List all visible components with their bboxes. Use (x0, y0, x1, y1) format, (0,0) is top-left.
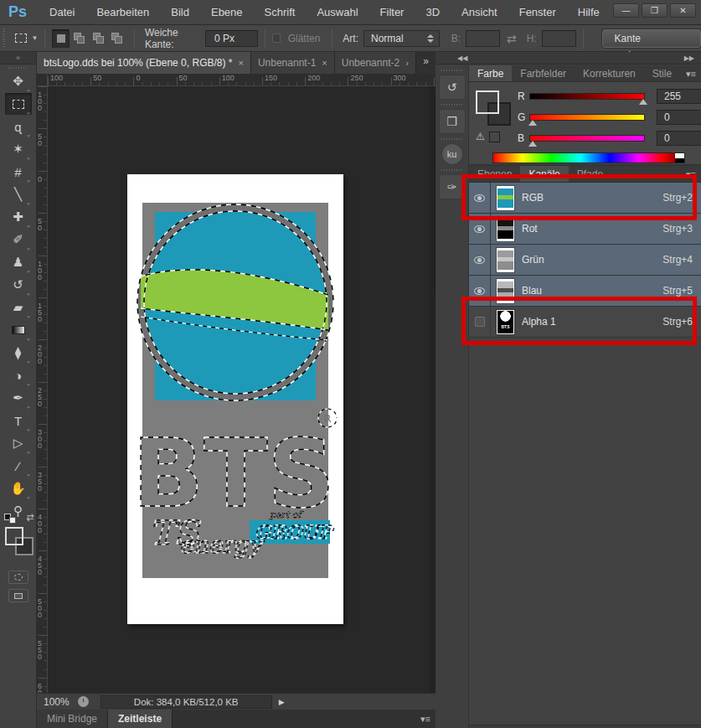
menu-schrift[interactable]: Schrift (254, 0, 307, 25)
channel-row-alpha-1[interactable]: Alpha 1Strg+6 (469, 307, 701, 338)
slider-thumb[interactable] (528, 141, 537, 147)
material-panel-icon[interactable]: ❒ (439, 109, 466, 134)
options-grip[interactable] (3, 28, 5, 49)
close-tab-icon[interactable]: › (405, 58, 409, 68)
bottom-panel-menu-icon[interactable]: ▾≡ (420, 710, 436, 728)
slider-track-b[interactable] (529, 135, 645, 142)
zoom-level[interactable]: 100% (37, 696, 78, 708)
panel-menu-icon[interactable]: ▾≡ (686, 65, 696, 82)
tab-korrekturen[interactable]: Korrekturen (575, 65, 644, 81)
menu-filter[interactable]: Filter (369, 0, 415, 25)
eraser-tool[interactable]: ▰ (5, 297, 32, 318)
menu-ansicht[interactable]: Ansicht (451, 0, 508, 25)
tab-farbe[interactable]: Farbe (469, 65, 512, 81)
channel-row-blau[interactable]: BlauStrg+5 (469, 276, 701, 307)
tool-presets-panel-icon[interactable]: ✑ (439, 174, 466, 199)
refine-edge-button[interactable]: Kante verbessern... (602, 29, 701, 48)
bottom-tab-zeitleiste[interactable]: Zeitleiste (108, 710, 173, 728)
visibility-checkbox[interactable] (475, 317, 485, 327)
hand-tool[interactable]: ✋ (5, 478, 32, 499)
default-colors-icon[interactable] (4, 514, 16, 524)
active-tool-preview[interactable]: ▼ (15, 34, 38, 43)
history-panel-icon[interactable]: ↺ (439, 75, 466, 100)
tab-farbfelder[interactable]: Farbfelder (512, 65, 575, 81)
dodge-tool[interactable]: ◑ (5, 364, 32, 386)
clone-stamp-tool[interactable]: ♟ (5, 251, 32, 273)
tab-stile[interactable]: Stile (644, 65, 680, 81)
color-spectrum-bar[interactable] (492, 152, 685, 163)
magic-wand-tool[interactable]: ✶ (5, 138, 32, 160)
menu-bearbeiten[interactable]: Bearbeiten (85, 0, 160, 25)
blur-tool[interactable]: ⧫ (5, 342, 32, 364)
brush-tool[interactable]: ✐ (5, 229, 32, 250)
close-tab-icon[interactable]: × (322, 58, 327, 68)
menu-auswahl[interactable]: Auswahl (306, 0, 369, 25)
foreground-color-swatch[interactable] (5, 527, 23, 545)
foreground-color-swatch-panel[interactable] (476, 90, 499, 114)
vertical-scrollbar[interactable] (429, 86, 436, 693)
slider-track-r[interactable] (529, 93, 645, 100)
slider-track-g[interactable] (529, 114, 645, 121)
move-tool[interactable]: ✥ (5, 70, 32, 92)
visibility-cell[interactable] (469, 183, 491, 213)
horizontal-ruler[interactable]: 10050050100150200250300 (48, 74, 436, 86)
canvas-viewport[interactable]: BTS BTS BTS R TS TS energy ene (48, 86, 429, 693)
gradient-tool[interactable] (5, 319, 32, 341)
visibility-cell[interactable] (469, 307, 491, 337)
tab-kanäle[interactable]: Kanäle (520, 166, 568, 182)
bottom-tab-mini-bridge[interactable]: Mini Bridge (37, 710, 108, 728)
pen-tool[interactable]: ✒ (5, 387, 32, 409)
add-to-selection-button[interactable] (71, 29, 88, 48)
slider-thumb[interactable] (639, 99, 647, 105)
vertical-ruler[interactable]: 1005005010015020025030035040045050055060… (37, 86, 48, 693)
tab-ebenen[interactable]: Ebenen (469, 166, 520, 182)
spectrum-rainbow[interactable] (493, 153, 675, 163)
panel-menu-icon[interactable]: ▾≡ (686, 166, 696, 183)
channel-row-grün[interactable]: GrünStrg+4 (469, 245, 701, 276)
slider-value-r[interactable]: 255 (657, 89, 701, 104)
menu-fenster[interactable]: Fenster (508, 0, 567, 25)
menu-ebene[interactable]: Ebene (200, 0, 254, 25)
healing-brush-tool[interactable]: ✚ (5, 206, 32, 228)
slider-value-b[interactable]: 0 (657, 131, 701, 146)
history-brush-tool[interactable]: ↺ (5, 274, 32, 296)
spectrum-bw-swatches[interactable] (675, 153, 684, 163)
visibility-cell[interactable] (469, 214, 491, 244)
document-tab-1[interactable]: btsLogo.dds bei 100% (Ebene 0, RGB/8) *× (37, 52, 251, 74)
close-button[interactable]: ✕ (670, 3, 696, 18)
menu-hilfe[interactable]: Hilfe (567, 0, 611, 25)
visibility-cell[interactable] (469, 245, 491, 275)
tab-pfade[interactable]: Pfade (569, 166, 611, 182)
quick-mask-button[interactable] (8, 571, 28, 584)
document-tab-3[interactable]: Unbenannt-2› (335, 52, 416, 74)
menu-3d[interactable]: 3D (415, 0, 451, 25)
path-selection-tool[interactable]: ▷ (5, 432, 32, 454)
new-selection-button[interactable] (52, 29, 69, 48)
maximize-button[interactable]: ❐ (642, 3, 667, 18)
antialias-checkbox[interactable] (272, 34, 281, 43)
subtract-from-selection-button[interactable] (90, 29, 106, 48)
visibility-cell[interactable] (469, 276, 491, 306)
swap-dimensions-icon[interactable]: ⇄ (507, 32, 517, 45)
style-select[interactable]: Normal (363, 30, 440, 47)
eyedropper-tool[interactable]: ╲ (5, 183, 32, 205)
lasso-tool[interactable]: ɋ (5, 116, 32, 137)
channel-row-rot[interactable]: RotStrg+3 (469, 214, 701, 245)
menu-datei[interactable]: Datei (39, 0, 85, 25)
screen-mode-button[interactable] (8, 589, 28, 602)
close-tab-icon[interactable]: × (238, 58, 243, 68)
collapse-panels-icon[interactable]: ◀◀ (457, 54, 467, 62)
slider-thumb[interactable] (528, 120, 537, 126)
intersect-selection-button[interactable] (109, 29, 126, 48)
type-tool[interactable]: T (5, 410, 32, 431)
feather-input[interactable]: 0 Px (205, 30, 258, 47)
rectangular-marquee-tool[interactable] (5, 93, 32, 115)
minimize-button[interactable]: — (613, 3, 639, 18)
expand-panels-icon[interactable]: ▶▶ (684, 54, 694, 62)
menu-bild[interactable]: Bild (160, 0, 200, 25)
document-tab-2[interactable]: Unbenannt-1× (251, 52, 335, 74)
gamut-warning[interactable]: ⚠ (476, 131, 500, 142)
channel-row-rgb[interactable]: RGBStrg+2 (469, 183, 701, 214)
status-flyout-arrow[interactable]: ▶ (272, 698, 291, 706)
toolbar-collapse-button[interactable]: » (0, 52, 36, 65)
